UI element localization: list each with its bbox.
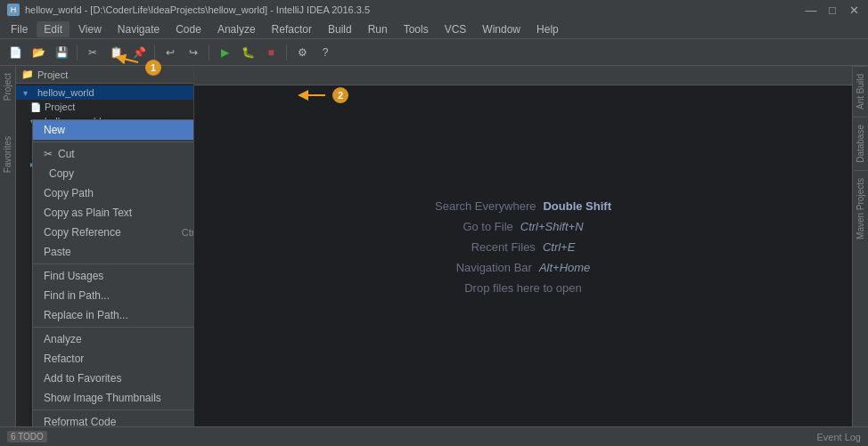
ctx-refactor[interactable]: Refactor ▶ [33, 349, 194, 369]
hint-goto-shortcut: Ctrl+Shift+N [520, 219, 584, 232]
toolbar-cut[interactable]: ✂ [83, 43, 102, 62]
menu-refactor[interactable]: Refactor [265, 21, 319, 37]
right-tab-maven[interactable]: Maven Projects [854, 170, 867, 247]
ctx-sep-4 [33, 410, 194, 410]
ctx-find-usages-label: Find Usages [44, 270, 103, 282]
app-icon: H [7, 4, 20, 16]
toolbar-run[interactable]: ▶ [215, 43, 234, 62]
todo-badge[interactable]: 6 TODO [7, 431, 47, 442]
ctx-replace-path[interactable]: Replace in Path... Ctrl+Shift+R [33, 305, 194, 325]
ctx-copy-ref[interactable]: Copy Reference Ctrl+Alt+Shift+C [33, 223, 194, 242]
toolbar-help[interactable]: ? [315, 43, 335, 62]
ctx-reformat-label: Reformat Code [44, 416, 116, 426]
menu-navigate[interactable]: Navigate [111, 21, 167, 37]
bottom-bar: 6 TODO Event Log [0, 426, 868, 446]
hint-nav-text: Navigation Bar [456, 260, 532, 273]
main-layout: Project Favorites 📁 Project ▾ hellow_wor… [0, 66, 868, 426]
tree-item-label: Project [45, 101, 75, 112]
ctx-add-favorites[interactable]: Add to Favorites [33, 369, 194, 388]
minimize-button[interactable]: — [804, 4, 818, 16]
toolbar-paste[interactable]: 📌 [129, 43, 149, 62]
menu-vcs[interactable]: VCS [438, 21, 474, 37]
menu-edit[interactable]: Edit [37, 21, 70, 37]
close-button[interactable]: ✕ [847, 4, 861, 16]
favorites-tab[interactable]: Favorites [2, 133, 13, 176]
menu-view[interactable]: View [71, 21, 109, 37]
hint-drop-files: Drop files here to open [435, 280, 611, 294]
left-sidebar-strip: Project Favorites [0, 66, 16, 426]
ctx-replace-path-label: Replace in Path... [44, 309, 128, 321]
title-bar-left: H hellow_world - [D:\CoderLife\IdeaProje… [7, 4, 370, 16]
ctx-find-path-label: Find in Path... [44, 289, 110, 302]
ctx-thumbnails[interactable]: Show Image Thumbnails Ctrl+Shift+T [33, 388, 194, 408]
ctx-copy-plain[interactable]: Copy as Plain Text [33, 203, 194, 223]
project-label: Project [37, 69, 68, 80]
menu-analyze[interactable]: Analyze [210, 21, 263, 37]
ctx-copy-ref-shortcut: Ctrl+Alt+Shift+C [182, 227, 194, 238]
tree-item-project[interactable]: 📄 Project [16, 100, 193, 114]
ctx-copy-path[interactable]: Copy Path [33, 183, 194, 203]
toolbar-debug[interactable]: 🐛 [238, 43, 258, 62]
project-tab[interactable]: Project [2, 69, 13, 104]
hint-goto-text: Go to File [463, 219, 512, 232]
ctx-reformat[interactable]: Reformat Code Ctrl+Alt+L [33, 412, 194, 426]
menu-help[interactable]: Help [529, 21, 566, 37]
hint-nav-bar: Navigation Bar Alt+Home [435, 260, 611, 273]
cut-icon: ✂ [44, 148, 53, 160]
bottom-right: Event Log [816, 432, 861, 442]
toolbar-sep-2 [154, 45, 155, 61]
ctx-sep-1 [33, 142, 194, 142]
ctx-analyze[interactable]: Analyze ▶ [33, 329, 194, 349]
toolbar-sep-4 [286, 45, 287, 61]
editor-area: Search Everywhere Double Shift Go to Fil… [194, 66, 852, 426]
right-tab-ant[interactable]: Ant Build [854, 66, 867, 117]
toolbar-redo[interactable]: ↪ [184, 43, 203, 62]
right-sidebar: Ant Build Database Maven Projects [852, 66, 868, 426]
hint-nav-shortcut: Alt+Home [539, 260, 590, 273]
hint-goto-file: Go to File Ctrl+Shift+N [435, 219, 611, 232]
ctx-refactor-label: Refactor [44, 353, 84, 365]
title-bar: H hellow_world - [D:\CoderLife\IdeaProje… [0, 0, 868, 20]
menu-window[interactable]: Window [475, 21, 528, 37]
ctx-sep-2 [33, 264, 194, 264]
ctx-analyze-label: Analyze [44, 333, 82, 345]
toolbar-copy[interactable]: 📋 [106, 43, 126, 62]
toolbar-undo[interactable]: ↩ [160, 43, 180, 62]
toolbar-sep-1 [77, 45, 78, 61]
ctx-cut[interactable]: ✂ Cut Ctrl+X [33, 144, 194, 164]
toolbar-open[interactable]: 📂 [29, 43, 48, 62]
hint-search: Search Everywhere Double Shift [435, 199, 611, 212]
ctx-add-favorites-label: Add to Favorites [44, 372, 121, 385]
context-menu: New ▶ ✂ Cut Ctrl+X Copy Ctrl+C [32, 119, 194, 426]
ctx-find-usages[interactable]: Find Usages Alt+F7 [33, 266, 194, 286]
hint-recent-shortcut: Ctrl+E [543, 239, 575, 253]
toolbar-settings[interactable]: ⚙ [292, 43, 312, 62]
event-log-label[interactable]: Event Log [816, 432, 861, 442]
menu-code[interactable]: Code [168, 21, 209, 37]
right-tab-database[interactable]: Database [854, 117, 867, 170]
ctx-paste[interactable]: Paste Ctrl+V [33, 242, 194, 262]
ctx-copy[interactable]: Copy Ctrl+C [33, 164, 194, 183]
tree-item-hellow-world[interactable]: ▾ hellow_world [16, 85, 193, 100]
ctx-new[interactable]: New ▶ [33, 120, 194, 140]
editor-hints: Search Everywhere Double Shift Go to Fil… [435, 191, 611, 301]
toolbar-new[interactable]: 📄 [5, 43, 25, 62]
menu-run[interactable]: Run [361, 21, 395, 37]
toolbar-stop[interactable]: ■ [261, 43, 281, 62]
ctx-sep-3 [33, 327, 194, 328]
menu-build[interactable]: Build [321, 21, 359, 37]
menu-tools[interactable]: Tools [397, 21, 436, 37]
menu-file[interactable]: File [4, 21, 35, 37]
ctx-cut-label: Cut [58, 148, 75, 160]
toolbar-save[interactable]: 💾 [52, 43, 71, 62]
title-bar-text: hellow_world - [D:\CoderLife\IdeaProject… [25, 4, 370, 15]
tab-strip [194, 66, 852, 85]
ctx-find-path[interactable]: Find in Path... Ctrl+Shift+F [33, 286, 194, 305]
file-icon: 📄 [30, 102, 41, 112]
ctx-copy-plain-label: Copy as Plain Text [44, 207, 132, 219]
menu-bar: File Edit View Navigate Code Analyze Ref… [0, 20, 868, 39]
tree-item-label: hellow_world [37, 87, 94, 98]
hint-search-text: Search Everywhere [435, 199, 536, 212]
maximize-button[interactable]: □ [825, 4, 839, 16]
hint-search-key: Double Shift [543, 199, 611, 212]
